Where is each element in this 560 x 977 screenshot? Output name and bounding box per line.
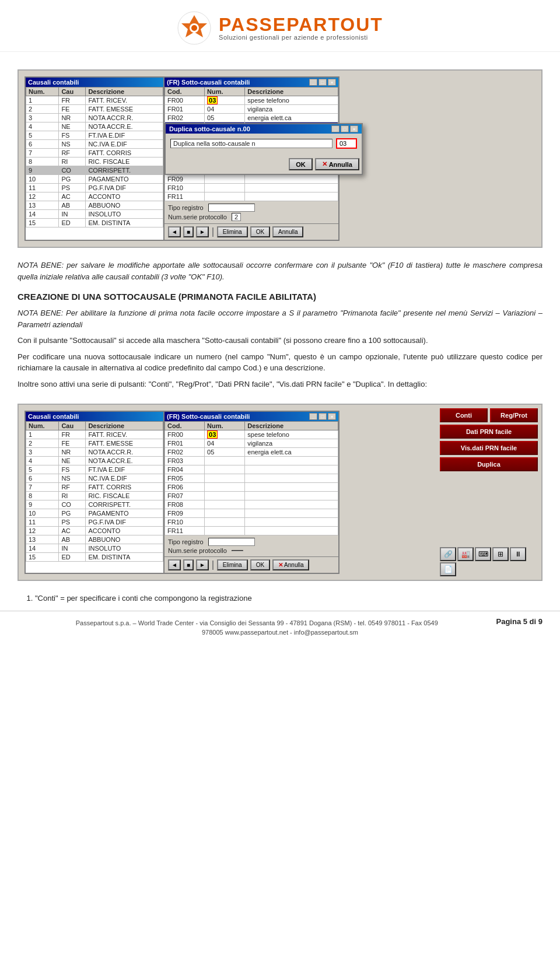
causali-titlebar-1: Causali contabili xyxy=(26,78,163,87)
sotto-row-2: FR0104vigilanza xyxy=(165,439,338,448)
causali-row-2: 13ABABBUONO xyxy=(26,535,163,544)
close-btn-2[interactable]: × xyxy=(328,413,336,420)
maximize-btn-1[interactable]: □ xyxy=(318,79,327,86)
page-number: Pagina 5 di 9 xyxy=(496,617,542,626)
icon-btn-grid[interactable]: ⊞ xyxy=(492,547,509,561)
tipo-registro-2: Tipo registro Num.serie protocollo xyxy=(164,535,338,556)
sotto-table-2: Cod. Num. Descrizione FR0003spese telefo… xyxy=(164,421,338,535)
bottom-toolbar-2: ◄ ■ ► Elimina OK ✕Annulla xyxy=(164,556,338,573)
footer-web: 978005 www.passepartout.net - info@passe… xyxy=(18,629,542,636)
brand-tagline: Soluzioni gestionali per aziende e profe… xyxy=(219,34,383,41)
tipo-registro-value-2 xyxy=(208,538,255,546)
causali-row-2: 9COCORRISPETT. xyxy=(26,500,163,509)
close-btn-1[interactable]: × xyxy=(328,79,336,86)
ok-btn-1[interactable]: OK xyxy=(250,226,270,237)
close-btns-1[interactable]: _ □ × xyxy=(309,79,336,86)
col-cau-1: Cau xyxy=(59,87,86,96)
annulla-btn-2[interactable]: ✕Annulla xyxy=(272,559,309,570)
bottom-toolbar-1: ◄ ■ ► Elimina OK Annulla xyxy=(164,223,338,240)
causali-row-1: 1FRFATT. RICEV. xyxy=(26,96,163,105)
logo-container: PASSEPARTOUT Soluzioni gestionali per az… xyxy=(177,10,383,45)
col-desc-1: Descrizione xyxy=(86,87,163,96)
icon-btn-link[interactable]: 🔗 xyxy=(440,547,456,561)
dialog-input-1[interactable] xyxy=(336,138,357,149)
sotto-title-1: (FR) Sotto-causali contabili xyxy=(167,79,250,86)
sotto-row-2: FR04 xyxy=(165,465,338,474)
nav-back-btn-1[interactable]: ◄ xyxy=(168,226,181,237)
causali-row-1: 14ININSOLUTO xyxy=(26,210,163,219)
causali-row-2: 12ACACCONTO xyxy=(26,527,163,535)
causali-row-1: 12ACACCONTO xyxy=(26,192,163,201)
maximize-btn-2[interactable]: □ xyxy=(318,413,327,420)
ok-btn-2[interactable]: OK xyxy=(250,559,270,570)
side-icon-bar: 🔗 🏭 ⌨ ⊞ ⏸ 📄 xyxy=(440,547,538,576)
conti-btn[interactable]: Conti xyxy=(440,408,488,422)
vis-dati-btn[interactable]: Vis.dati PRN facile xyxy=(440,441,538,455)
sotto-row-1: FR11 xyxy=(165,192,338,201)
dialog-annulla-btn-1[interactable]: ✕ Annulla xyxy=(315,158,359,170)
nav-stop-btn-1[interactable]: ■ xyxy=(183,226,194,237)
minimize-btn-2[interactable]: _ xyxy=(309,413,317,420)
causali-row-1: 2FEFATT. EMESSE xyxy=(26,105,163,114)
causali-title-1: Causali contabili xyxy=(28,79,79,86)
duplica-close-btn-1[interactable]: × xyxy=(350,125,358,132)
page-header: PASSEPARTOUT Soluzioni gestionali per az… xyxy=(0,0,560,52)
causali-row-1: 8RIRIC. FISCALE xyxy=(26,157,163,166)
sotto-title-2: (FR) Sotto-causali contabili xyxy=(167,413,250,420)
sep-2 xyxy=(212,561,214,570)
icon-btn-factory[interactable]: 🏭 xyxy=(457,547,474,561)
nav-stop-btn-2[interactable]: ■ xyxy=(183,559,194,570)
dialog-content-1: Duplica nella sotto-causale n xyxy=(166,134,362,158)
causali-row-2: 8RIRIC. FISCALE xyxy=(26,492,163,500)
text-section-1: NOTA BENE: per salvare le modifiche appo… xyxy=(18,260,542,404)
win-container-1: Causali contabili Num. Cau Descrizione 1… xyxy=(19,71,541,247)
sotto-row-2: FR0003spese telefono xyxy=(165,430,338,439)
brand-name: PASSEPARTOUT xyxy=(219,15,383,34)
dialog-x-icon-1: ✕ xyxy=(322,160,327,168)
dialog-label-1: Duplica nella sotto-causale n xyxy=(170,139,332,148)
section-title-1: CREAZIONE DI UNA SOTTOCAUSALE (PRIMANOTA… xyxy=(18,292,542,302)
causali-row-1: 13ABABBUONO xyxy=(26,201,163,210)
num-serie-value-2 xyxy=(232,550,243,551)
dati-prn-btn[interactable]: Dati PRN facile xyxy=(440,425,538,439)
main-content: Causali contabili Num. Cau Descrizione 1… xyxy=(0,69,560,605)
icon-btn-keyboard[interactable]: ⌨ xyxy=(475,547,491,561)
elimina-btn-1[interactable]: Elimina xyxy=(217,226,248,237)
tipo-registro-value-1 xyxy=(208,204,255,212)
sep-1 xyxy=(212,227,214,237)
dialog-buttons-1: OK ✕ Annulla xyxy=(166,158,362,174)
duplica-dialog-1: Duplica sotto-causale n.00 _ □ × Duplica… xyxy=(164,123,363,175)
duplica-close-btns-1[interactable]: _ □ × xyxy=(331,125,358,132)
causali-row-2: 2FEFATT. EMESSE xyxy=(26,439,163,448)
reg-prot-btn[interactable]: Reg/Prot xyxy=(490,408,538,422)
sotto-row-2: FR09 xyxy=(165,509,338,518)
sotto-row-1: FR0205energia elett.ca xyxy=(165,114,338,122)
close-btns-2[interactable]: _ □ × xyxy=(309,413,336,420)
nav-fwd-btn-1[interactable]: ► xyxy=(196,226,209,237)
causali-row-1: 7RFFATT. CORRIS xyxy=(26,149,163,157)
annulla-btn-1[interactable]: Annulla xyxy=(272,226,303,237)
causali-row-1: 5FSFT.IVA E.DIF xyxy=(26,131,163,140)
screenshot2-right: Conti Reg/Prot Dati PRN facile Vis.dati … xyxy=(436,405,541,580)
causali-row-2: 5FSFT.IVA E.DIF xyxy=(26,465,163,474)
col-desc-sotto-2: Descrizione xyxy=(245,422,338,430)
minimize-btn-1[interactable]: _ xyxy=(309,79,317,86)
duplica-title-1: Duplica sotto-causale n.00 xyxy=(169,125,250,132)
col-desc-sotto-1: Descrizione xyxy=(245,87,338,96)
causali-row-2: 10PGPAGAMENTO xyxy=(26,509,163,518)
duplica-min-btn-1[interactable]: _ xyxy=(331,125,340,132)
causali-title-2: Causali contabili xyxy=(28,413,79,420)
icon-btn-pause[interactable]: ⏸ xyxy=(510,547,526,561)
duplica-btn[interactable]: Duplica xyxy=(440,457,538,471)
num-serie-value-1: 2 xyxy=(232,213,241,221)
causali-row-1: 4NENOTA ACCR.E. xyxy=(26,122,163,131)
causali-row-2: 6NSNC.IVA E.DIF xyxy=(26,474,163,483)
nav-fwd-btn-2[interactable]: ► xyxy=(196,559,209,570)
dialog-ok-btn-1[interactable]: OK xyxy=(289,158,313,170)
elimina-btn-2[interactable]: Elimina xyxy=(217,559,248,570)
annulla-label-2: Annulla xyxy=(284,562,303,568)
nav-back-btn-2[interactable]: ◄ xyxy=(168,559,181,570)
sotto-titlebar-2: (FR) Sotto-causali contabili _ □ × xyxy=(164,412,338,421)
duplica-max-btn-1[interactable]: □ xyxy=(341,125,349,132)
icon-btn-doc[interactable]: 📄 xyxy=(440,562,456,576)
